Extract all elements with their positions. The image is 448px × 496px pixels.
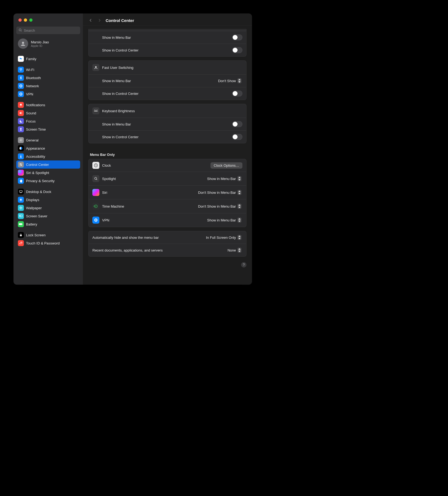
row-kbd-cc: Show in Control Center (89, 130, 246, 143)
help-button[interactable]: ? (241, 262, 246, 268)
avatar-icon (18, 38, 28, 49)
clock-icon (92, 162, 99, 169)
toggle-show-cc[interactable] (232, 47, 242, 53)
clock-options-button[interactable]: Clock Options… (210, 162, 242, 169)
svg-marker-54 (238, 193, 241, 195)
sidebar-item-family[interactable]: Family (16, 55, 80, 63)
menu-bar-only-card: Clock Clock Options… Spotlight Show in M… (88, 159, 246, 227)
svg-point-22 (20, 199, 22, 201)
search-field[interactable] (16, 27, 80, 34)
select-autohide[interactable]: In Full Screen Only (205, 234, 242, 240)
svg-marker-43 (238, 81, 241, 83)
content-scroll[interactable]: Show in Menu Bar Show in Control Center … (83, 26, 252, 273)
sidebar-item-focus[interactable]: Focus (16, 117, 80, 125)
sidebar-item-sound[interactable]: Sound (16, 109, 80, 117)
back-button[interactable] (88, 18, 93, 23)
hourglass-icon (18, 126, 24, 132)
svg-marker-66 (238, 251, 241, 252)
sidebar-item-desktop-dock[interactable]: Desktop & Dock (16, 188, 80, 196)
svg-line-30 (22, 199, 22, 199)
sidebar-item-battery[interactable]: Battery (16, 220, 80, 228)
svg-point-2 (22, 42, 24, 44)
sidebar-item-label: Wi-Fi (26, 68, 34, 72)
select-spotlight[interactable]: Show in Menu Bar (206, 176, 242, 182)
module-fast-user-switching: Fast User Switching Show in Menu Bar Don… (88, 60, 246, 100)
search-input[interactable] (24, 28, 78, 33)
vpn-icon (92, 217, 99, 224)
sidebar-item-label: Screen Time (26, 127, 46, 131)
sidebar-item-control-center[interactable]: Control Center (16, 160, 80, 169)
toggle-kbd-menubar[interactable] (232, 121, 242, 127)
svg-marker-52 (238, 179, 241, 181)
sidebar-item-label: Appearance (26, 146, 45, 150)
svg-line-29 (20, 201, 20, 201)
svg-marker-62 (238, 221, 241, 222)
stepper-icon (238, 190, 241, 195)
sidebar-item-siri-spotlight[interactable]: Siri & Spotlight (16, 169, 80, 177)
close-icon[interactable] (18, 18, 22, 22)
forward-button[interactable] (97, 18, 102, 23)
svg-point-32 (21, 206, 21, 208)
sidebar-item-wi-fi[interactable]: Wi-Fi (16, 66, 80, 74)
svg-point-35 (21, 208, 22, 208)
hand-icon (18, 178, 24, 184)
row-show-menubar: Show in Menu Bar (89, 31, 246, 44)
appearance-icon (18, 145, 24, 151)
sidebar-item-label: Network (26, 84, 39, 88)
toggle-kbd-cc[interactable] (232, 134, 242, 140)
row-fus-cc: Show in Control Center (89, 87, 246, 100)
vpn-icon (18, 91, 24, 97)
sidebar-item-privacy-security[interactable]: Privacy & Security (16, 177, 80, 185)
sidebar-item-vpn[interactable]: VPN (16, 90, 80, 98)
sidebar-item-screen-time[interactable]: Screen Time (16, 125, 80, 133)
svg-point-33 (21, 208, 21, 210)
svg-marker-51 (238, 177, 241, 178)
zoom-icon[interactable] (29, 18, 33, 22)
sidebar-item-label: Control Center (26, 163, 49, 167)
sidebar-item-notifications[interactable]: Notifications (16, 101, 80, 109)
bluetooth-icon (18, 75, 24, 81)
toggle-show-menubar[interactable] (232, 34, 242, 40)
svg-point-31 (21, 208, 21, 208)
svg-line-46 (97, 109, 97, 110)
select-time-machine[interactable]: Don't Show in Menu Bar (197, 203, 242, 209)
select-fus-menubar[interactable]: Don't Show (217, 78, 242, 84)
sidebar-item-label: General (26, 138, 38, 142)
sidebar-item-touch-id-password[interactable]: Touch ID & Password (16, 239, 80, 247)
sidebar-item-label: Privacy & Security (26, 179, 54, 183)
svg-point-15 (21, 155, 21, 156)
svg-marker-64 (238, 238, 241, 240)
sidebar-item-bluetooth[interactable]: Bluetooth (16, 74, 80, 82)
keyboard-brightness-icon (92, 107, 99, 114)
select-recents[interactable]: None (226, 247, 242, 253)
sidebar-item-label: Accessibility (26, 154, 45, 159)
sidebar-item-lock-screen[interactable]: Lock Screen (16, 231, 80, 239)
sidebar-item-label: Touch ID & Password (26, 241, 60, 245)
minimize-icon[interactable] (24, 18, 27, 22)
row-fus-menubar: Show in Menu Bar Don't Show (89, 74, 246, 87)
globe-icon (18, 83, 24, 89)
svg-line-27 (20, 199, 20, 199)
sidebar-item-general[interactable]: General (16, 136, 80, 144)
sidebar-item-displays[interactable]: Displays (16, 196, 80, 204)
account-row[interactable]: Marslo Jiao Apple ID (16, 37, 80, 52)
svg-marker-63 (238, 236, 241, 237)
sidebar-item-network[interactable]: Network (16, 82, 80, 90)
search-icon (18, 28, 22, 33)
sidebar-item-wallpaper[interactable]: Wallpaper (16, 204, 80, 212)
select-siri[interactable]: Don't Show in Menu Bar (197, 189, 242, 195)
wifi-icon (18, 67, 24, 73)
menubar-behavior-card: Automatically hide and show the menu bar… (88, 231, 246, 257)
sidebar-item-accessibility[interactable]: Accessibility (16, 152, 80, 160)
sidebar-item-label: Bluetooth (26, 76, 41, 80)
svg-rect-38 (19, 223, 22, 225)
header: Control Center (83, 14, 252, 26)
lock-icon (18, 232, 24, 238)
select-vpn[interactable]: Show in Menu Bar (206, 217, 242, 223)
spotlight-icon (92, 175, 99, 182)
tv-icon (18, 56, 24, 62)
svg-point-17 (20, 164, 21, 164)
sidebar-item-screen-saver[interactable]: Screen Saver (16, 212, 80, 220)
toggle-fus-cc[interactable] (232, 91, 242, 96)
sidebar-item-appearance[interactable]: Appearance (16, 144, 80, 152)
